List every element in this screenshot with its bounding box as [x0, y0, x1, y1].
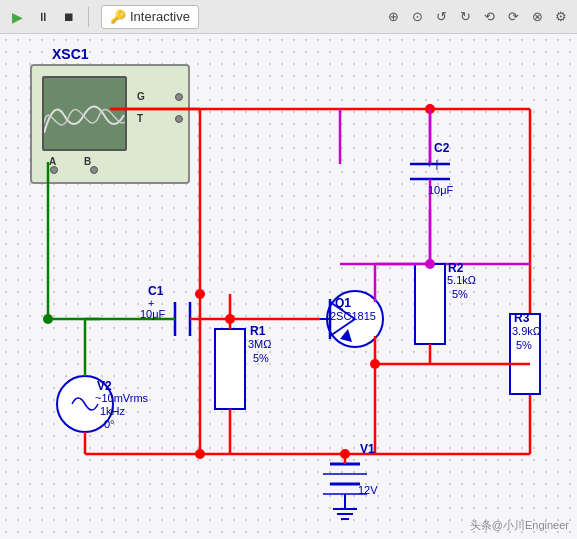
terminal-b-label: B: [84, 156, 91, 167]
watermark: 头条@小川Engineer: [470, 518, 569, 533]
c2-plus: + |: [426, 158, 438, 171]
terminal-g-label: G: [137, 91, 145, 102]
icon-4[interactable]: ↻: [455, 7, 475, 27]
q1-label: Q1: [335, 296, 351, 310]
icon-7[interactable]: ⊗: [527, 7, 547, 27]
separator: [88, 7, 89, 27]
icon-2[interactable]: ⊙: [407, 7, 427, 27]
svg-rect-10: [415, 264, 445, 344]
v2-value: ~10mVrms: [95, 392, 148, 405]
svg-point-9: [425, 104, 435, 114]
terminal-t-dot: [175, 115, 183, 123]
r1-label: R1: [250, 324, 265, 338]
pause-button[interactable]: ⏸: [32, 6, 54, 28]
r3-value: 3.9kΩ: [512, 325, 541, 338]
r3-tol: 5%: [516, 339, 532, 352]
oscilloscope-waveform: [44, 78, 127, 151]
icon-1[interactable]: ⊕: [383, 7, 403, 27]
c1-value: 10μF: [140, 308, 165, 321]
simulation-title: Interactive: [130, 9, 190, 24]
schematic-canvas[interactable]: XSC1 G T A B: [0, 34, 577, 539]
c2-value: 10μF: [428, 184, 453, 197]
terminal-a-dot: [50, 166, 58, 174]
c2-label: C2: [434, 141, 449, 155]
xsc1-label: XSC1: [52, 46, 89, 63]
toolbar: ▶ ⏸ ⏹ 🔑 Interactive ⊕ ⊙ ↺ ↻ ⟲ ⟳ ⊗ ⚙: [0, 0, 577, 34]
icon-6[interactable]: ⟳: [503, 7, 523, 27]
terminal-t-label: T: [137, 113, 143, 124]
v2-freq: 1kHz: [100, 405, 125, 418]
svg-point-31: [370, 359, 380, 369]
svg-point-36: [225, 314, 235, 324]
stop-button[interactable]: ⏹: [58, 6, 80, 28]
svg-point-62: [195, 289, 205, 299]
svg-point-28: [425, 259, 435, 269]
key-icon: 🔑: [110, 9, 126, 24]
svg-marker-23: [340, 329, 352, 342]
svg-point-49: [195, 449, 205, 459]
svg-point-43: [43, 314, 53, 324]
icon-3[interactable]: ↺: [431, 7, 451, 27]
r1-value: 3MΩ: [248, 338, 272, 351]
r2-value: 5.1kΩ: [447, 274, 476, 287]
toolbar-right: ⊕ ⊙ ↺ ↻ ⟲ ⟳ ⊗ ⚙: [383, 7, 571, 27]
settings-icon[interactable]: ⚙: [551, 7, 571, 27]
r3-label: R3: [514, 311, 529, 325]
v2-phase: 0°: [104, 418, 115, 431]
terminal-g-dot: [175, 93, 183, 101]
v1-value: 12V: [358, 484, 378, 497]
terminal-b-dot: [90, 166, 98, 174]
v1-label: V1: [360, 442, 375, 456]
r2-tol: 5%: [452, 288, 468, 301]
simulation-title-box: 🔑 Interactive: [101, 5, 199, 29]
play-button[interactable]: ▶: [6, 6, 28, 28]
q1-value: 2SC1815: [330, 310, 376, 323]
oscilloscope-screen: [42, 76, 127, 151]
svg-point-59: [340, 449, 350, 459]
icon-5[interactable]: ⟲: [479, 7, 499, 27]
r1-tol: 5%: [253, 352, 269, 365]
oscilloscope-xsc1[interactable]: XSC1 G T A B: [30, 64, 190, 184]
svg-rect-32: [215, 329, 245, 409]
